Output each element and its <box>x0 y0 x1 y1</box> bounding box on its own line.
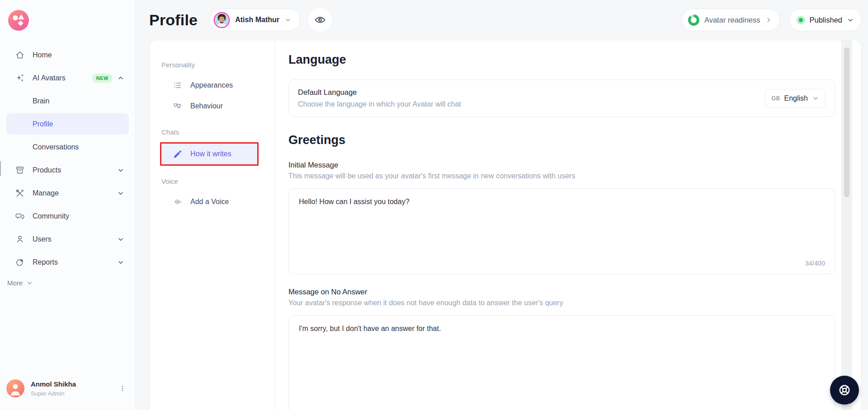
globe-wheel-icon <box>837 383 852 397</box>
publish-status-dropdown[interactable]: Published <box>789 9 862 31</box>
initial-message-char-counter: 34/400 <box>805 260 825 267</box>
user-icon <box>14 234 25 245</box>
avatar-readiness-button[interactable]: Avatar readiness <box>682 9 780 31</box>
sidebar-item-label: Manage <box>33 189 117 197</box>
preview-eye-button[interactable] <box>308 8 332 32</box>
pencil-icon <box>173 149 183 159</box>
chevron-down-icon <box>284 16 292 23</box>
chevron-down-icon[interactable] <box>117 236 124 243</box>
chevron-down-icon <box>812 95 819 102</box>
kebab-menu-icon[interactable] <box>117 382 128 394</box>
status-dot-icon <box>797 16 805 24</box>
annotation-highlight-box: How it writes <box>160 142 259 166</box>
chevron-right-icon <box>765 16 772 23</box>
no-answer-textarea[interactable]: I'm sorry, but I don't have an answer fo… <box>288 315 835 410</box>
chat-bubbles-icon <box>14 211 25 222</box>
language-flag-code: GB <box>771 95 780 102</box>
subnav-item-label: Appearances <box>190 81 233 89</box>
current-user-card[interactable]: Anmol Shikha Super Admin <box>0 372 135 410</box>
sidebar-item-manage[interactable]: Manage <box>6 182 129 204</box>
status-label: Published <box>810 16 842 24</box>
primary-sidebar: Home AI Avatars NEW Brain Profile Conver… <box>0 0 136 410</box>
page-title: Profile <box>149 11 198 29</box>
avatar-selector-dropdown[interactable]: Atish Mathur <box>209 9 300 31</box>
subnav-item-label: Add a Voice <box>190 198 229 206</box>
sidebar-item-label: Brain <box>33 97 124 105</box>
settings-panel: Language Default Language Choose the lan… <box>275 40 861 410</box>
sidebar-item-home[interactable]: Home <box>6 44 129 65</box>
subnav-item-appearances[interactable]: Appearances <box>161 75 257 96</box>
chevron-down-icon[interactable] <box>117 190 124 197</box>
shapes-logo-icon <box>8 10 29 31</box>
topbar: Profile Atish Mathur <box>136 0 868 40</box>
default-language-description: Choose the language in which your Avatar… <box>298 100 461 108</box>
initial-message-description: This message will be used as your avatar… <box>288 172 835 180</box>
new-badge: NEW <box>92 74 113 83</box>
eye-icon <box>314 14 326 26</box>
profile-settings-card: Personality Appearances Behaviour Chats <box>149 40 862 410</box>
sidebar-item-community[interactable]: Community <box>6 205 129 227</box>
language-selected-value: English <box>784 94 808 102</box>
sidebar-item-ai-avatars[interactable]: AI Avatars NEW <box>6 67 129 89</box>
no-answer-field-wrap: I'm sorry, but I don't have an answer fo… <box>288 315 835 410</box>
waveform-icon <box>173 197 183 207</box>
sidebar-item-products[interactable]: Products <box>6 159 129 181</box>
sidebar-item-brain[interactable]: Brain <box>6 90 129 112</box>
chevron-down-icon <box>26 280 33 287</box>
sidebar-item-label: Home <box>33 51 124 59</box>
language-select-dropdown[interactable]: GB English <box>765 89 826 108</box>
sidebar-item-label: Profile <box>33 120 124 128</box>
subnav-section-chats: Chats <box>161 128 274 136</box>
selected-avatar-photo <box>213 12 230 28</box>
list-icon <box>173 80 183 90</box>
sparkles-icon <box>14 73 25 84</box>
content-scrollbar-track[interactable] <box>841 40 852 410</box>
subnav-item-behaviour[interactable]: Behaviour <box>161 96 257 116</box>
sidebar-item-label: Users <box>33 235 117 243</box>
sidebar-item-label: AI Avatars <box>33 74 92 82</box>
sidebar-item-profile[interactable]: Profile <box>6 113 129 135</box>
home-icon <box>14 50 25 61</box>
content-column: Profile Atish Mathur <box>136 0 868 410</box>
content-scrollbar-thumb[interactable] <box>844 47 849 197</box>
sidebar-spacer <box>0 287 135 372</box>
greetings-heading: Greetings <box>288 133 835 147</box>
sidebar-resize-handle[interactable] <box>0 161 1 176</box>
default-language-text: Default Language Choose the language in … <box>298 88 461 108</box>
subnav-item-label: How it writes <box>190 150 231 158</box>
no-answer-description: Your avatar's response when it does not … <box>288 299 835 307</box>
sidebar-item-label: Reports <box>33 258 117 266</box>
subnav-section-voice: Voice <box>161 177 274 185</box>
initial-message-field-wrap: Hello! How can I assist you today? 34/40… <box>288 188 835 274</box>
sidebar-item-users[interactable]: Users <box>6 228 129 250</box>
sidebar-item-label: Community <box>33 212 124 220</box>
initial-message-label: Initial Message <box>288 161 835 169</box>
chevron-down-icon[interactable] <box>117 167 124 174</box>
subnav-item-how-it-writes[interactable]: How it writes <box>161 144 257 164</box>
profile-subnav: Personality Appearances Behaviour Chats <box>150 40 275 410</box>
readiness-progress-ring-icon <box>688 14 700 26</box>
default-language-label: Default Language <box>298 88 461 97</box>
brand-logo[interactable] <box>0 0 135 42</box>
sidebar-item-reports[interactable]: Reports <box>6 252 129 273</box>
default-language-card: Default Language Choose the language in … <box>288 79 835 117</box>
theater-masks-icon <box>173 101 183 111</box>
sidebar-item-conversations[interactable]: Conversations <box>6 136 129 158</box>
products-icon <box>14 165 25 176</box>
user-name: Anmol Shikha <box>31 380 117 388</box>
user-role: Super Admin <box>31 390 117 397</box>
chevron-down-icon[interactable] <box>117 259 124 266</box>
tools-icon <box>14 188 25 199</box>
language-heading: Language <box>288 53 835 67</box>
chevron-up-icon[interactable] <box>117 75 124 82</box>
no-answer-label: Message on No Answer <box>288 288 835 296</box>
sidebar-item-label: Conversations <box>33 143 124 151</box>
subnav-section-personality: Personality <box>161 61 274 69</box>
initial-message-textarea[interactable]: Hello! How can I assist you today? <box>288 188 835 274</box>
sidebar-more-button[interactable]: More <box>7 279 135 287</box>
app-shell: Home AI Avatars NEW Brain Profile Conver… <box>0 0 868 410</box>
sidebar-item-label: Products <box>33 166 117 174</box>
more-label: More <box>7 279 23 287</box>
help-widget-button[interactable] <box>830 376 859 405</box>
subnav-item-add-a-voice[interactable]: Add a Voice <box>161 191 257 212</box>
